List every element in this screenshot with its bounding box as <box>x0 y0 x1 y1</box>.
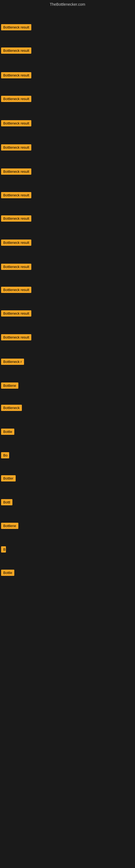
bottleneck-badge-5[interactable]: Bottleneck result <box>1 120 31 126</box>
bottleneck-badge-8[interactable]: Bottleneck result <box>1 192 31 198</box>
bottleneck-badge-11[interactable]: Bottleneck result <box>1 264 31 270</box>
bottleneck-badge-17[interactable]: Bottleneck <box>1 405 22 411</box>
badge-row-8: Bottleneck result <box>1 192 31 199</box>
site-title-bar: TheBottlenecker.com <box>0 0 135 9</box>
bottleneck-badge-19[interactable]: Bo <box>1 452 9 458</box>
badge-row-23: B <box>1 546 6 554</box>
bottleneck-badge-1[interactable]: Bottleneck result <box>1 24 31 30</box>
badge-row-1: Bottleneck result <box>1 24 31 31</box>
bottleneck-badge-10[interactable]: Bottleneck result <box>1 240 31 246</box>
bottleneck-badge-6[interactable]: Bottleneck result <box>1 144 31 151</box>
bottleneck-badge-14[interactable]: Bottleneck result <box>1 334 31 340</box>
badge-row-13: Bottleneck result <box>1 310 31 318</box>
badge-row-9: Bottleneck result <box>1 215 31 223</box>
badge-row-21: Bottl <box>1 499 12 506</box>
badge-row-10: Bottleneck result <box>1 240 31 247</box>
badges-container: Bottleneck resultBottleneck resultBottle… <box>0 9 135 868</box>
bottleneck-badge-22[interactable]: Bottlene <box>1 523 18 529</box>
bottleneck-badge-20[interactable]: Bottler <box>1 475 16 482</box>
badge-row-3: Bottleneck result <box>1 72 31 80</box>
badge-row-7: Bottleneck result <box>1 168 31 176</box>
bottleneck-badge-23[interactable]: B <box>1 546 6 553</box>
badge-row-16: Bottlene <box>1 382 18 390</box>
badge-row-14: Bottleneck result <box>1 334 31 341</box>
badge-row-22: Bottlene <box>1 523 18 530</box>
badge-row-6: Bottleneck result <box>1 144 31 152</box>
site-title: TheBottlenecker.com <box>0 0 135 9</box>
badge-row-24: Bottle <box>1 569 14 577</box>
bottleneck-badge-15[interactable]: Bottleneck r <box>1 359 24 365</box>
bottleneck-badge-21[interactable]: Bottl <box>1 499 12 505</box>
badge-row-19: Bo <box>1 452 9 460</box>
badge-row-4: Bottleneck result <box>1 96 31 103</box>
badge-row-17: Bottleneck <box>1 405 22 412</box>
bottleneck-badge-4[interactable]: Bottleneck result <box>1 96 31 102</box>
badge-row-20: Bottler <box>1 475 16 483</box>
badge-row-11: Bottleneck result <box>1 264 31 271</box>
badge-row-2: Bottleneck result <box>1 48 31 55</box>
badge-row-12: Bottleneck result <box>1 287 31 294</box>
bottleneck-badge-24[interactable]: Bottle <box>1 569 14 576</box>
bottleneck-badge-16[interactable]: Bottlene <box>1 382 18 389</box>
badge-row-15: Bottleneck r <box>1 359 24 366</box>
bottleneck-badge-12[interactable]: Bottleneck result <box>1 287 31 293</box>
badge-row-18: Bottle <box>1 429 14 436</box>
badge-row-5: Bottleneck result <box>1 120 31 127</box>
bottleneck-badge-18[interactable]: Bottle <box>1 429 14 435</box>
bottleneck-badge-9[interactable]: Bottleneck result <box>1 215 31 222</box>
bottleneck-badge-3[interactable]: Bottleneck result <box>1 72 31 79</box>
bottleneck-badge-13[interactable]: Bottleneck result <box>1 310 31 316</box>
bottleneck-badge-2[interactable]: Bottleneck result <box>1 48 31 54</box>
bottleneck-badge-7[interactable]: Bottleneck result <box>1 168 31 175</box>
